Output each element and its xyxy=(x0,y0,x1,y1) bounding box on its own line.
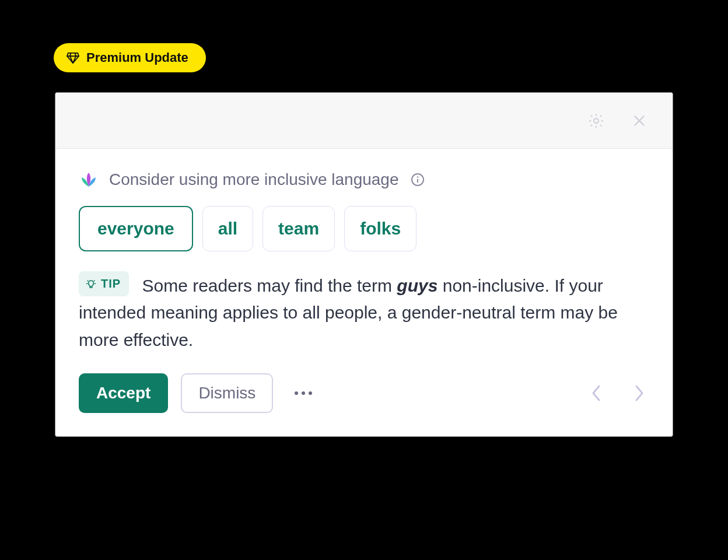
dismiss-button[interactable]: Dismiss xyxy=(181,373,273,413)
close-icon[interactable] xyxy=(629,111,649,131)
svg-point-4 xyxy=(295,391,298,395)
card-title: Consider using more inclusive language xyxy=(109,170,399,189)
info-icon[interactable] xyxy=(410,172,426,188)
more-icon[interactable] xyxy=(289,379,317,407)
tip-paragraph: TIP Some readers may find the term guys … xyxy=(79,271,649,354)
accept-button[interactable]: Accept xyxy=(79,373,168,413)
premium-update-label: Premium Update xyxy=(86,51,188,64)
suggestion-chips: everyone all team folks xyxy=(79,206,649,251)
gear-icon[interactable] xyxy=(586,111,606,131)
svg-point-3 xyxy=(416,176,418,177)
tip-term: guys xyxy=(397,276,438,295)
card-body: Consider using more inclusive language e… xyxy=(55,149,673,436)
lotus-icon xyxy=(79,170,99,190)
svg-point-6 xyxy=(309,391,312,395)
suggestion-chip-folks[interactable]: folks xyxy=(344,206,416,251)
tip-badge-label: TIP xyxy=(101,275,121,293)
suggestion-card: Consider using more inclusive language e… xyxy=(55,92,673,437)
nav-arrows xyxy=(586,383,649,404)
next-icon[interactable] xyxy=(628,383,649,404)
suggestion-chip-everyone[interactable]: everyone xyxy=(79,206,193,251)
diamond-icon xyxy=(66,52,79,64)
svg-point-0 xyxy=(594,118,598,123)
suggestion-chip-all[interactable]: all xyxy=(202,206,253,251)
suggestion-chip-team[interactable]: team xyxy=(262,206,335,251)
premium-update-badge: Premium Update xyxy=(54,43,206,72)
prev-icon[interactable] xyxy=(586,383,607,404)
tip-badge: TIP xyxy=(79,271,129,296)
card-actions: Accept Dismiss xyxy=(79,373,649,413)
card-header xyxy=(55,93,673,149)
tip-text-pre: Some readers may find the term xyxy=(142,276,397,295)
svg-point-5 xyxy=(302,391,305,395)
title-row: Consider using more inclusive language xyxy=(79,170,649,190)
